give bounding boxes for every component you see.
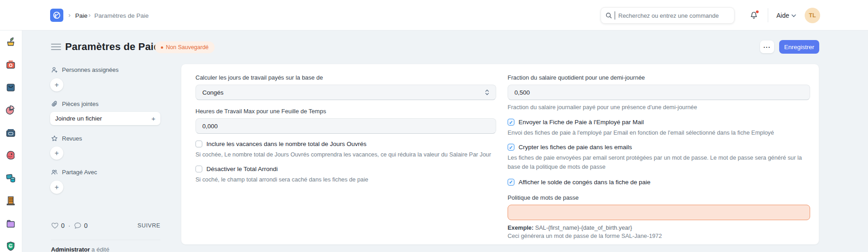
password-policy-note: Ceci générera un mot de passe de la form… (508, 232, 810, 239)
text-cursor (615, 11, 615, 20)
notification-badge-dot (756, 10, 759, 13)
search-icon (606, 12, 612, 19)
max-working-hours-label: Heures de Travail Max pour une Feuille d… (195, 108, 496, 115)
status-badge: Non Sauvegardé (155, 41, 215, 53)
notifications-button[interactable] (750, 11, 759, 20)
last-edited-info: Administrator a édité (51, 246, 109, 252)
plus-icon: + (55, 149, 59, 157)
sidebar-item-building-icon[interactable] (5, 195, 17, 207)
shared-section-header: Partagé Avec (51, 169, 97, 176)
payroll-settings-form-card: Calculer les jours de travail payés sur … (181, 64, 819, 245)
attach-file-button[interactable]: Joindre un fichier + (50, 112, 160, 125)
status-dot-icon (161, 46, 163, 49)
sidebar-item-data-shapes-icon[interactable] (5, 172, 17, 184)
attachments-section-header: Pièces jointes (51, 101, 98, 107)
show-leave-balances-checkbox[interactable]: ✓ (508, 179, 514, 186)
include-holidays-row[interactable]: ✓ Inclure les vacances dans le nombre to… (195, 141, 496, 147)
example-prefix: Exemple: (508, 224, 534, 231)
heart-icon[interactable] (51, 222, 59, 229)
sidebar-item-money-box-icon[interactable] (5, 126, 17, 139)
attach-file-label: Joindre un fichier (55, 115, 102, 122)
global-search[interactable] (601, 7, 734, 24)
daily-wages-fraction-input[interactable] (508, 85, 810, 100)
help-dropdown[interactable]: Aide (776, 12, 796, 19)
avatar-initials: TL (809, 12, 816, 19)
password-policy-input[interactable] (508, 205, 810, 220)
sidebar-toggle-icon[interactable] (51, 44, 61, 50)
assign-user-icon (51, 66, 58, 73)
paperclip-icon (51, 101, 58, 107)
example-value: SAL-{first_name}-{date_of_birth.year} (534, 224, 632, 231)
add-share-button[interactable]: + (50, 181, 63, 194)
search-input[interactable] (618, 12, 729, 19)
comment-icon[interactable] (74, 222, 82, 229)
daily-wages-fraction-label: Fraction du salaire quotidient pour une … (508, 74, 810, 81)
add-assignment-button[interactable]: + (50, 78, 63, 91)
include-holidays-description: Si cochée, Le nombre total de Jours Ouvr… (195, 150, 496, 159)
email-salary-slip-row[interactable]: ✓ Envoyer la Fiche de Paie à l'Employé p… (508, 119, 810, 126)
payroll-based-on-select[interactable]: Congés (195, 85, 496, 100)
count-separator: · (68, 222, 71, 229)
encrypt-salary-slips-row[interactable]: ✓ Crypter les fiches de paie dans les em… (508, 144, 810, 151)
max-working-hours-input[interactable] (195, 118, 496, 134)
top-navbar: › Paie › Paramètres de Paie Aide TL (0, 0, 868, 30)
disable-rounded-total-description: Si coché, le champ total arrondi sera ca… (195, 175, 496, 184)
status-badge-label: Non Sauvegardé (166, 44, 209, 50)
shared-section-label: Partagé Avec (62, 169, 97, 176)
email-salary-slip-description: Envoi des fiches de paie à l'employé par… (508, 128, 810, 137)
password-policy-label: Politique de mots de passe (508, 194, 810, 201)
disable-rounded-total-row[interactable]: ✓ Désactiver le Total Arrondi (195, 166, 496, 172)
sidebar-item-quality-shield-icon[interactable] (5, 240, 17, 252)
password-policy-example: Exemple: SAL-{first_name}-{date_of_birth… (508, 224, 810, 231)
encrypt-salary-slips-label: Crypter les fiches de paie dans les emai… (519, 144, 632, 151)
more-actions-button[interactable]: ··· (760, 40, 774, 53)
chevron-down-icon (791, 14, 796, 17)
breadcrumb-chevron-icon: › (88, 11, 91, 19)
breadcrumb-page[interactable]: Paramètres de Paie (94, 12, 149, 19)
reviews-section-header: Revues (51, 135, 82, 142)
workspace-icon-rail (0, 30, 22, 252)
plus-icon: + (55, 81, 59, 89)
app-logo-icon (52, 11, 61, 20)
sidebar-item-folder-icon[interactable] (5, 217, 17, 230)
plus-icon: + (55, 183, 59, 192)
like-count[interactable]: 0 (61, 222, 65, 229)
payroll-based-on-value: Congés (202, 89, 224, 96)
sidebar-item-camera-icon[interactable] (5, 58, 17, 71)
include-holidays-label: Inclure les vacances dans le nombre tota… (206, 141, 366, 147)
assigned-section-label: Personnes assignées (62, 66, 118, 73)
sidebar-item-pie-chart-icon[interactable] (5, 104, 17, 116)
app-logo[interactable] (50, 9, 63, 22)
star-icon (51, 135, 58, 142)
daily-wages-fraction-description: Fraction du salaire journalier payé pour… (508, 103, 810, 111)
disable-rounded-total-checkbox[interactable]: ✓ (195, 166, 202, 172)
form-column-right: Fraction du salaire quotidient pour une … (508, 74, 810, 239)
user-avatar[interactable]: TL (805, 8, 820, 23)
edited-action: a édité (90, 246, 109, 252)
page-title: Paramètres de Paie (65, 41, 159, 53)
save-button[interactable]: Enregistrer (779, 40, 819, 54)
shared-users-icon (51, 169, 58, 176)
navbar-divider (768, 8, 768, 22)
sidebar-item-shopping-bag-icon[interactable] (5, 81, 17, 93)
show-leave-balances-row[interactable]: ✓ Afficher le solde de congés dans la fi… (508, 179, 810, 186)
encrypt-salary-slips-checkbox[interactable]: ✓ (508, 144, 514, 151)
sidebar-item-plant-pot-icon[interactable] (5, 35, 17, 48)
reviews-section-label: Revues (62, 135, 82, 142)
add-review-button[interactable]: + (50, 146, 63, 160)
breadcrumb-module[interactable]: Paie (75, 12, 87, 19)
include-holidays-checkbox[interactable]: ✓ (195, 141, 202, 147)
disable-rounded-total-label: Désactiver le Total Arrondi (206, 166, 278, 172)
sidebar-item-support-face-icon[interactable] (5, 149, 17, 161)
payroll-based-on-label: Calculer les jours de travail payés sur … (195, 74, 496, 81)
breadcrumb-chevron-icon: › (68, 11, 71, 19)
follow-toggle[interactable]: SUIVRE (138, 222, 160, 229)
email-salary-slip-label: Envoyer la Fiche de Paie à l'Employé par… (519, 119, 644, 126)
form-column-left: Calculer les jours de travail payés sur … (195, 74, 496, 184)
comment-count[interactable]: 0 (84, 222, 87, 229)
select-chevrons-icon (485, 89, 489, 96)
document-activity-row: 0 · 0 SUIVRE (51, 222, 160, 229)
attachments-section-label: Pièces jointes (62, 101, 98, 107)
email-salary-slip-checkbox[interactable]: ✓ (508, 119, 514, 126)
assigned-section-header: Personnes assignées (51, 66, 118, 73)
